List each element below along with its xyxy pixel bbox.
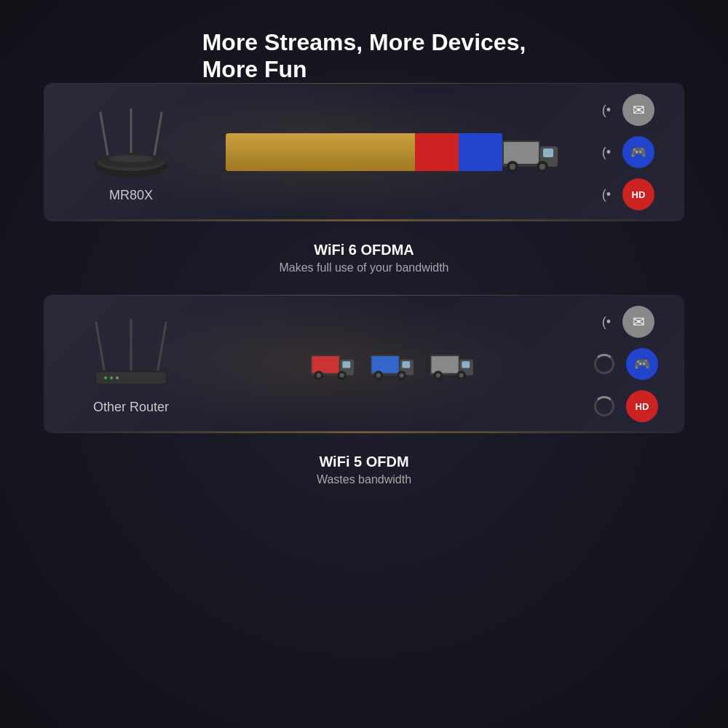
wifi5-block: Other Router <box>44 295 684 433</box>
svg-rect-32 <box>372 356 399 373</box>
wifi5-trucks <box>311 344 475 384</box>
svg-rect-34 <box>402 361 410 368</box>
wifi6-panel: MR80X <box>44 83 684 221</box>
wifi5-devices: (• ✉ 🎮 HD <box>582 306 684 422</box>
svg-line-15 <box>96 323 106 378</box>
wifi-signal-email-wifi6: (• <box>598 103 615 118</box>
wifi6-caption-title: WiFi 6 OFDMA <box>279 242 448 258</box>
device-row-email-wifi5: (• ✉ <box>598 306 654 338</box>
other-router-label: Other Router <box>93 400 169 415</box>
wifi6-devices: (• ✉ (• 🎮 (• HD <box>582 94 684 210</box>
svg-point-30 <box>340 373 344 377</box>
wifi6-caption: WiFi 6 OFDMA Makes full use of your band… <box>279 242 448 274</box>
svg-point-36 <box>376 373 381 377</box>
svg-line-17 <box>157 323 166 378</box>
bar-gold <box>226 133 415 171</box>
wifi5-caption-title: WiFi 5 OFDM <box>317 454 411 470</box>
device-email-wifi6: ✉ <box>622 94 654 126</box>
device-hd-wifi5: HD <box>626 390 658 422</box>
wifi5-caption-sub: Wastes bandwidth <box>317 473 411 486</box>
svg-rect-42 <box>462 361 470 368</box>
truck3-wifi5 <box>430 344 475 384</box>
wifi6-traffic <box>204 129 582 175</box>
svg-point-12 <box>510 164 515 170</box>
wifi6-caption-sub: Makes full use of your bandwidth <box>279 261 448 274</box>
bar-red <box>415 133 459 171</box>
svg-point-28 <box>317 373 321 377</box>
wifi6-truck <box>226 129 561 175</box>
wifi-signal-email-wifi5: (• <box>598 314 615 330</box>
wifi6-bar <box>226 133 502 171</box>
truck2-wifi5 <box>371 344 416 384</box>
wifi6-block: MR80X <box>44 83 684 221</box>
wifi5-traffic <box>204 344 582 384</box>
device-row-game-wifi6: (• 🎮 <box>598 136 654 168</box>
device-game-wifi6: 🎮 <box>622 136 654 168</box>
svg-point-6 <box>109 155 153 162</box>
wifi5-router-section: Other Router <box>44 314 204 415</box>
svg-rect-24 <box>312 356 339 373</box>
wifi6-router-section: MR80X <box>44 102 204 203</box>
mr80x-router-image <box>87 102 175 182</box>
device-row-hd-wifi5: HD <box>594 390 658 422</box>
device-game-wifi5: 🎮 <box>626 348 658 380</box>
svg-rect-40 <box>432 356 459 373</box>
svg-point-21 <box>110 376 113 379</box>
mr80x-label: MR80X <box>109 188 153 203</box>
svg-point-44 <box>436 373 440 377</box>
svg-point-20 <box>104 376 107 379</box>
bar-blue <box>459 133 502 171</box>
title-line2: More Fun <box>202 56 307 82</box>
truck1-wifi5 <box>311 344 356 384</box>
svg-point-46 <box>459 373 464 377</box>
spinner-hd-wifi5 <box>594 396 614 416</box>
main-title: More Streams, More Devices, More Fun <box>202 29 526 83</box>
device-row-email-wifi6: (• ✉ <box>598 94 654 126</box>
svg-point-14 <box>539 164 545 170</box>
svg-point-22 <box>116 376 119 379</box>
other-router-image <box>87 314 175 394</box>
wifi5-caption: WiFi 5 OFDM Wastes bandwidth <box>317 454 411 486</box>
svg-rect-10 <box>543 149 553 157</box>
device-row-game-wifi5: 🎮 <box>594 348 658 380</box>
svg-point-38 <box>400 373 404 377</box>
truck-svg-wifi6 <box>502 129 561 175</box>
device-hd-wifi6: HD <box>622 178 654 210</box>
svg-rect-26 <box>342 361 350 368</box>
wifi5-panel: Other Router <box>44 295 684 433</box>
svg-rect-8 <box>504 142 539 164</box>
device-row-hd-wifi6: (• HD <box>598 178 654 210</box>
wifi-signal-hd-wifi6: (• <box>598 187 615 202</box>
wifi-signal-game-wifi6: (• <box>598 145 615 160</box>
spinner-game-wifi5 <box>594 354 614 374</box>
title-line1: More Streams, More Devices, <box>202 29 526 55</box>
device-email-wifi5: ✉ <box>622 306 654 338</box>
